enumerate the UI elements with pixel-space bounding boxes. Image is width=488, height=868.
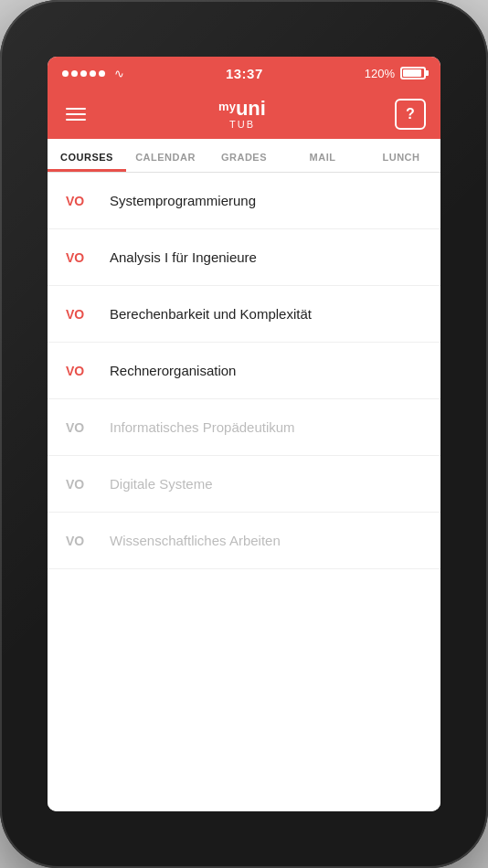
course-name: Wissenschaftliches Arbeiten xyxy=(110,533,281,548)
course-name: Informatisches Propädeutikum xyxy=(110,419,295,435)
tab-lunch[interactable]: LUNCH xyxy=(362,139,440,172)
course-tag: VO xyxy=(66,364,99,378)
help-icon: ? xyxy=(406,106,415,122)
help-button[interactable]: ? xyxy=(395,99,426,130)
signal-icon xyxy=(62,70,105,77)
tabs-bar: COURSES CALENDAR GRADES MAIL LUNCH xyxy=(48,139,440,173)
app-logo: my uni TUB xyxy=(218,99,266,130)
course-tag: VO xyxy=(66,420,99,435)
wifi-icon: ∿ xyxy=(114,67,124,80)
status-left: ∿ xyxy=(62,67,124,80)
app-header: my uni TUB ? xyxy=(48,90,440,139)
logo-my-text: my xyxy=(218,101,236,112)
tab-courses[interactable]: COURSES xyxy=(48,139,126,172)
logo-uni-text: uni xyxy=(236,99,266,119)
list-item[interactable]: VO Digitale Systeme xyxy=(48,456,440,513)
tab-grades[interactable]: GRADES xyxy=(205,139,283,172)
battery-percent: 120% xyxy=(365,67,395,80)
course-tag: VO xyxy=(66,194,99,208)
phone-screen: ∿ 13:37 120% my uni xyxy=(48,57,440,811)
status-right: 120% xyxy=(365,67,426,80)
course-list: VO Systemprogrammierung VO Analysis I fü… xyxy=(48,173,440,811)
logo-tub-text: TUB xyxy=(229,119,255,130)
list-item[interactable]: VO Berechenbarkeit und Komplexität xyxy=(48,286,440,343)
list-item[interactable]: VO Rechnerorganisation xyxy=(48,343,440,399)
tab-calendar[interactable]: CALENDAR xyxy=(126,139,205,172)
status-bar: ∿ 13:37 120% xyxy=(48,57,440,90)
list-item[interactable]: VO Analysis I für Ingenieure xyxy=(48,229,440,286)
status-time: 13:37 xyxy=(226,66,263,81)
list-item[interactable]: VO Wissenschaftliches Arbeiten xyxy=(48,513,440,569)
list-item[interactable]: VO Systemprogrammierung xyxy=(48,173,440,229)
menu-button[interactable] xyxy=(62,104,90,124)
course-name: Digitale Systeme xyxy=(110,476,213,492)
course-tag: VO xyxy=(66,534,99,548)
course-tag: VO xyxy=(66,307,99,322)
tab-mail[interactable]: MAIL xyxy=(283,139,362,172)
course-tag: VO xyxy=(66,250,99,265)
phone-frame: ∿ 13:37 120% my uni xyxy=(0,0,488,868)
list-item[interactable]: VO Informatisches Propädeutikum xyxy=(48,399,440,456)
battery-icon xyxy=(400,67,426,79)
course-tag: VO xyxy=(66,477,99,492)
course-name: Systemprogrammierung xyxy=(110,193,256,208)
course-name: Berechenbarkeit und Komplexität xyxy=(110,306,312,322)
course-name: Rechnerorganisation xyxy=(110,363,236,378)
course-name: Analysis I für Ingenieure xyxy=(110,249,257,265)
